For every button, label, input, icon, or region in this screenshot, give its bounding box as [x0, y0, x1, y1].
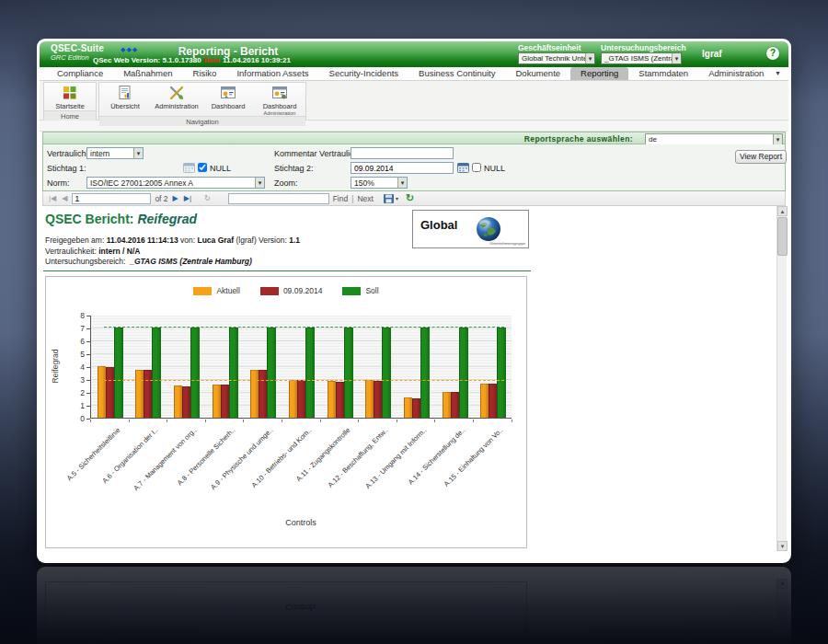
tab-overflow-icon[interactable]: ▼: [775, 70, 781, 76]
calendar-icon[interactable]: [183, 162, 195, 173]
norm-label: Norm:: [47, 178, 70, 188]
ribbon-group-home: StartseiteHome: [43, 82, 97, 120]
tab-reporting[interactable]: Reporting: [570, 67, 628, 80]
logged-in-user: lgraf: [702, 49, 722, 59]
y-tick-label: 3: [63, 375, 85, 385]
find-text-input[interactable]: [228, 193, 329, 204]
bar-09-09-2014: [412, 398, 420, 418]
legend-item: Aktuell: [193, 286, 240, 295]
stichtag2-input[interactable]: [351, 162, 454, 174]
zoom-select[interactable]: 150% ▾: [351, 177, 408, 189]
scope-value: _GTAG ISMS (Zentrale Ha: [604, 54, 682, 63]
refresh-report-icon[interactable]: ↻: [406, 192, 414, 204]
x-tick-label: A.9 - Physische und umge..: [210, 426, 275, 491]
vertraulichkeit-select[interactable]: intern ▾: [86, 147, 144, 159]
bar-09-09-2014: [221, 385, 229, 418]
bar-aktuell: [135, 370, 144, 419]
first-page-icon[interactable]: |◀: [48, 193, 57, 204]
stichtag1-null-checkbox[interactable]: [198, 163, 207, 172]
bar-09-09-2014: [374, 381, 382, 418]
next-page-icon[interactable]: ▶: [172, 193, 179, 204]
ribbon-button--bersicht[interactable]: Übersicht: [99, 83, 151, 116]
last-page-icon[interactable]: ▶|: [183, 193, 192, 204]
chevron-down-icon[interactable]: ▾: [672, 53, 681, 63]
chevron-down-icon[interactable]: ▾: [255, 178, 264, 188]
tab-risiko[interactable]: Risiko: [183, 67, 227, 80]
bar-group: [365, 328, 391, 418]
version-beta: Beta: [204, 56, 220, 64]
ribbon-button-dashboard[interactable]: Dashboard: [202, 83, 254, 116]
tab-dokumente[interactable]: Dokumente: [506, 67, 571, 80]
brand-name: QSEC-Suite: [51, 44, 104, 53]
bar-09-09-2014: [336, 382, 344, 418]
stichtag2-null-checkbox[interactable]: [472, 163, 481, 172]
scroll-down-icon[interactable]: ▼: [777, 541, 788, 551]
home-tiles-icon: [62, 85, 78, 101]
bar-09-09-2014: [106, 367, 114, 418]
reference-line: [104, 380, 504, 381]
y-tick-label: 2: [63, 388, 85, 397]
ribbon-button-label: Administration: [155, 103, 199, 110]
bar-group: [289, 328, 315, 418]
tab-business-continuity[interactable]: Business Continuity: [408, 67, 505, 80]
scope-label: Untersuchungsbereich: [601, 43, 686, 52]
report-title-prefix: QSEC Bericht:: [45, 212, 133, 226]
legend-label: Aktuell: [216, 286, 240, 295]
next-link[interactable]: Next: [357, 194, 373, 203]
back-to-parent-icon[interactable]: ↻: [203, 193, 212, 204]
tab-stammdaten[interactable]: Stammdaten: [628, 67, 698, 80]
tab-ma-nahmen[interactable]: Maßnahmen: [113, 67, 182, 80]
tab-information-assets[interactable]: Information Assets: [226, 67, 318, 80]
scroll-up-icon[interactable]: ▲: [777, 206, 788, 216]
legend-item: Soll: [342, 286, 378, 295]
app-window: QSEC-Suite GRC Edition ◆◆◆ Reporting - B…: [37, 39, 791, 563]
dashboard-icon: [220, 85, 236, 101]
y-tick-label: 5: [63, 350, 85, 359]
kommentar-input[interactable]: [351, 147, 454, 159]
business-unit-select[interactable]: Global Technik Unternehm ▾: [518, 52, 595, 64]
chevron-down-icon[interactable]: ▾: [397, 178, 407, 188]
stichtag2-null-label: NULL: [484, 164, 505, 173]
maturity-chart: Aktuell09.09.2014Soll Reifegrad 01234567…: [45, 276, 527, 548]
ribbon-button-dashboard-administration[interactable]: DashboardAdministration: [254, 83, 305, 116]
vertical-scrollbar[interactable]: ▲ ▼: [776, 206, 787, 551]
bar-soll: [420, 328, 430, 418]
bar-group: [443, 328, 468, 418]
bar-aktuell: [213, 385, 221, 418]
bar-09-09-2014: [144, 370, 152, 419]
brand-dots-icon: ◆◆◆: [121, 46, 138, 53]
bar-09-09-2014: [297, 380, 305, 418]
scope-select[interactable]: _GTAG ISMS (Zentrale Ha ▾: [601, 52, 682, 64]
page-number-input[interactable]: [72, 193, 151, 204]
tab-administration[interactable]: Administration: [698, 67, 774, 80]
company-logo: Global Unternehmensgruppe: [412, 210, 529, 248]
find-link[interactable]: Find: [333, 194, 349, 203]
y-tick-label: 8: [63, 311, 85, 320]
report-separator: [43, 270, 531, 271]
tab-security-incidents[interactable]: Security-Incidents: [319, 67, 409, 80]
chevron-down-icon[interactable]: ▾: [773, 134, 782, 144]
view-report-button[interactable]: View Report: [735, 150, 787, 164]
calendar-icon[interactable]: [457, 162, 469, 173]
chevron-down-icon[interactable]: ▾: [585, 53, 594, 63]
ribbon-button-administration[interactable]: Administration: [151, 83, 202, 116]
chevron-down-icon[interactable]: ▾: [133, 148, 143, 158]
ribbon-button-startseite[interactable]: Startseite: [44, 83, 96, 110]
chevron-down-icon: ▾: [396, 195, 398, 201]
tools-icon: [168, 85, 185, 101]
scrollbar-thumb[interactable]: [777, 217, 788, 256]
report-pager-toolbar: |◀ ◀ of 2 ▶ ▶| ↻ Find | Next ▾ ↻: [42, 191, 786, 206]
ribbon-button-label: Dashboard: [212, 103, 246, 110]
norm-value: ISO/IEC 27001:2005 Annex A: [90, 178, 193, 188]
bar-aktuell: [404, 397, 412, 418]
y-tick-label: 1: [63, 401, 85, 410]
dashboard-admin-icon: [271, 85, 288, 101]
help-icon[interactable]: ?: [766, 47, 779, 60]
tab-compliance[interactable]: Compliance: [47, 67, 113, 80]
report-language-label: Reportsprache auswählen:: [524, 134, 633, 144]
norm-select[interactable]: ISO/IEC 27001:2005 Annex A ▾: [86, 177, 265, 189]
bar-group: [404, 328, 430, 418]
export-menu[interactable]: ▾: [383, 193, 398, 204]
prev-page-icon[interactable]: ◀: [61, 193, 68, 204]
confidentiality-label: Vertraulichkeit:: [45, 247, 97, 256]
